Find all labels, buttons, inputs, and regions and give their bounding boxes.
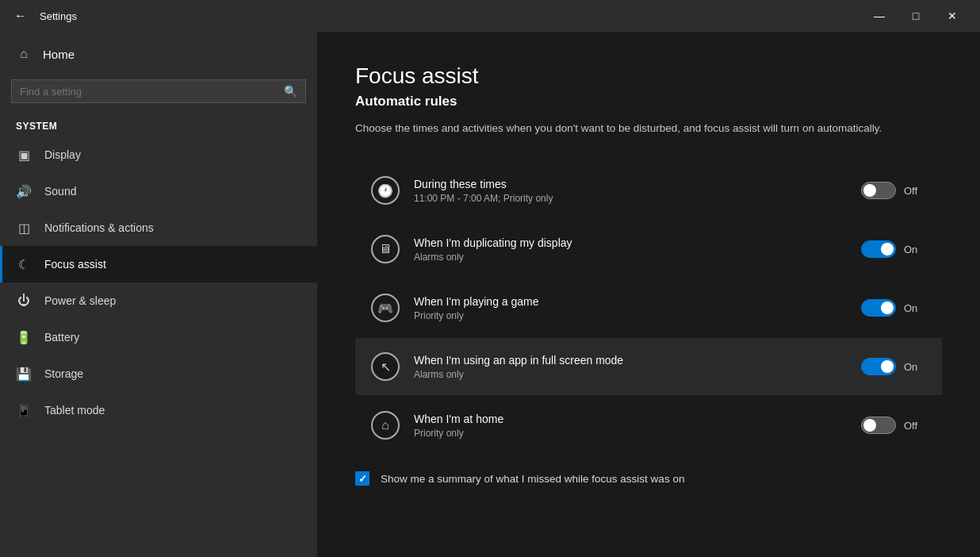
rule-duplicating[interactable]: 🖥 When I'm duplicating my display Alarms… bbox=[355, 221, 942, 278]
power-icon: ⏻ bbox=[16, 293, 32, 309]
page-title: Focus assist bbox=[355, 63, 942, 89]
summary-checkbox-row[interactable]: ✓ Show me a summary of what I missed whi… bbox=[355, 468, 942, 489]
display-icon: ▣ bbox=[16, 147, 32, 163]
rule-at-home[interactable]: ⌂ When I'm at home Priority only Off bbox=[355, 397, 942, 454]
notifications-icon: ◫ bbox=[16, 220, 32, 236]
close-button[interactable]: ✕ bbox=[934, 0, 970, 32]
rule-info: When I'm at home Priority only bbox=[414, 413, 847, 439]
display-duplicate-icon: 🖥 bbox=[371, 235, 400, 263]
toggle-label: On bbox=[904, 302, 926, 314]
toggle-thumb bbox=[881, 360, 894, 373]
toggle-area: On bbox=[861, 299, 926, 317]
sidebar-item-sound[interactable]: 🔊 Sound bbox=[0, 173, 317, 209]
sidebar-item-label: Notifications & actions bbox=[44, 221, 154, 234]
rule-subtitle: Alarms only bbox=[414, 252, 847, 263]
rule-title: When I'm playing a game bbox=[414, 295, 847, 308]
toggle-label: Off bbox=[904, 185, 926, 197]
rule-title: When I'm using an app in full screen mod… bbox=[414, 354, 847, 367]
summary-checkbox[interactable]: ✓ bbox=[355, 471, 369, 486]
sidebar-item-notifications[interactable]: ◫ Notifications & actions bbox=[0, 209, 317, 246]
toggle-area: On bbox=[861, 240, 926, 258]
rule-during-times[interactable]: 🕐 During these times 11:00 PM - 7:00 AM;… bbox=[355, 162, 942, 219]
rule-fullscreen[interactable]: ↖ When I'm using an app in full screen m… bbox=[355, 338, 942, 395]
rule-gaming[interactable]: 🎮 When I'm playing a game Priority only … bbox=[355, 279, 942, 336]
titlebar-title: Settings bbox=[40, 10, 853, 22]
back-button[interactable]: ← bbox=[10, 5, 32, 27]
toggle-thumb bbox=[881, 243, 894, 255]
rule-title: During these times bbox=[414, 178, 847, 190]
maximize-button[interactable]: □ bbox=[898, 0, 934, 32]
sidebar-item-tablet[interactable]: 📱 Tablet mode bbox=[0, 392, 317, 428]
sidebar-item-focus[interactable]: ☾ Focus assist bbox=[0, 246, 317, 282]
rule-subtitle: Alarms only bbox=[414, 369, 847, 380]
home-icon: ⌂ bbox=[16, 46, 32, 62]
app-body: ⌂ Home 🔍 System ▣ Display 🔊 Sound ◫ Noti… bbox=[0, 32, 980, 557]
page-subtitle: Automatic rules bbox=[355, 94, 942, 109]
game-icon: 🎮 bbox=[371, 294, 400, 322]
sound-icon: 🔊 bbox=[16, 183, 32, 199]
rule-title: When I'm duplicating my display bbox=[414, 236, 847, 249]
sidebar-item-label: Focus assist bbox=[44, 258, 106, 271]
sidebar-item-label: Display bbox=[44, 148, 81, 161]
summary-checkbox-label: Show me a summary of what I missed while… bbox=[381, 473, 684, 485]
home-rule-icon: ⌂ bbox=[371, 411, 400, 440]
toggle-thumb bbox=[863, 184, 876, 197]
main-content: Focus assist Automatic rules Choose the … bbox=[317, 32, 980, 557]
rule-title: When I'm at home bbox=[414, 413, 847, 425]
rule-info: When I'm using an app in full screen mod… bbox=[414, 354, 847, 380]
sidebar-item-storage[interactable]: 💾 Storage bbox=[0, 355, 317, 392]
search-input[interactable] bbox=[20, 86, 284, 98]
window-controls: — □ ✕ bbox=[861, 0, 970, 32]
rule-subtitle: 11:00 PM - 7:00 AM; Priority only bbox=[414, 193, 847, 204]
toggle-area: Off bbox=[861, 417, 926, 434]
sidebar-item-battery[interactable]: 🔋 Battery bbox=[0, 319, 317, 355]
battery-icon: 🔋 bbox=[16, 329, 32, 345]
storage-icon: 💾 bbox=[16, 366, 32, 382]
toggle-at-home[interactable] bbox=[861, 417, 896, 434]
rule-subtitle: Priority only bbox=[414, 310, 847, 321]
toggle-area: Off bbox=[861, 182, 926, 199]
sidebar-item-power[interactable]: ⏻ Power & sleep bbox=[0, 282, 317, 319]
toggle-gaming[interactable] bbox=[861, 299, 896, 317]
clock-icon: 🕐 bbox=[371, 176, 400, 205]
toggle-thumb bbox=[863, 419, 876, 432]
sidebar-section-label: System bbox=[0, 114, 317, 136]
tablet-icon: 📱 bbox=[16, 402, 32, 418]
checkmark-icon: ✓ bbox=[358, 473, 367, 485]
focus-icon: ☾ bbox=[16, 256, 32, 272]
toggle-duplicating[interactable] bbox=[861, 240, 896, 258]
toggle-thumb bbox=[881, 302, 894, 314]
sidebar-item-label: Sound bbox=[44, 185, 76, 198]
search-icon: 🔍 bbox=[284, 85, 297, 98]
page-description: Choose the times and activities when you… bbox=[355, 121, 910, 136]
rule-info: When I'm duplicating my display Alarms o… bbox=[414, 236, 847, 263]
toggle-during-times[interactable] bbox=[861, 182, 896, 199]
toggle-label: On bbox=[904, 361, 926, 373]
sidebar-item-label: Power & sleep bbox=[44, 294, 116, 307]
rule-info: When I'm playing a game Priority only bbox=[414, 295, 847, 321]
rule-subtitle: Priority only bbox=[414, 428, 847, 439]
sidebar-item-label: Storage bbox=[44, 367, 83, 380]
toggle-fullscreen[interactable] bbox=[861, 358, 896, 375]
minimize-button[interactable]: — bbox=[861, 0, 898, 32]
toggle-label: On bbox=[904, 244, 926, 255]
sidebar-home-label: Home bbox=[43, 48, 75, 61]
fullscreen-icon: ↖ bbox=[371, 352, 400, 381]
sidebar-item-label: Battery bbox=[44, 331, 79, 344]
toggle-label: Off bbox=[904, 420, 926, 432]
rule-info: During these times 11:00 PM - 7:00 AM; P… bbox=[414, 178, 847, 204]
toggle-area: On bbox=[861, 358, 926, 375]
sidebar-item-home[interactable]: ⌂ Home bbox=[0, 32, 317, 76]
sidebar: ⌂ Home 🔍 System ▣ Display 🔊 Sound ◫ Noti… bbox=[0, 32, 317, 557]
search-box[interactable]: 🔍 bbox=[11, 79, 306, 103]
titlebar: ← Settings — □ ✕ bbox=[0, 0, 980, 32]
sidebar-item-label: Tablet mode bbox=[44, 404, 105, 417]
sidebar-item-display[interactable]: ▣ Display bbox=[0, 136, 317, 173]
